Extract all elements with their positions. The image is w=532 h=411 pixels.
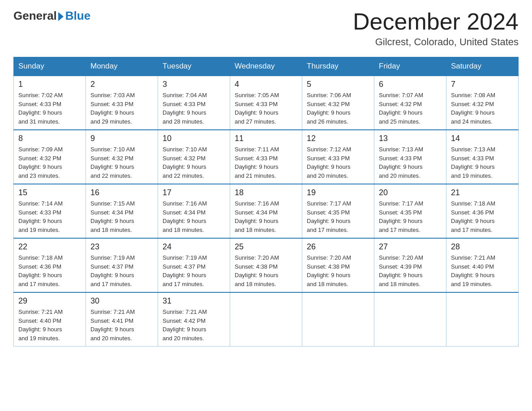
table-row: 7 Sunrise: 7:08 AM Sunset: 4:32 PM Dayli… — [446, 76, 519, 130]
col-friday: Friday — [374, 57, 446, 76]
table-row: 25 Sunrise: 7:20 AM Sunset: 4:38 PM Dayl… — [230, 238, 302, 292]
day-number: 13 — [379, 134, 442, 143]
col-saturday: Saturday — [446, 57, 519, 76]
day-number: 23 — [90, 242, 153, 252]
table-row: 17 Sunrise: 7:16 AM Sunset: 4:34 PM Dayl… — [158, 184, 230, 238]
day-number: 22 — [18, 242, 81, 252]
table-row: 18 Sunrise: 7:16 AM Sunset: 4:34 PM Dayl… — [230, 184, 302, 238]
calendar-header-row: Sunday Monday Tuesday Wednesday Thursday… — [14, 57, 519, 76]
table-row: 19 Sunrise: 7:17 AM Sunset: 4:35 PM Dayl… — [302, 184, 374, 238]
table-row: 27 Sunrise: 7:20 AM Sunset: 4:39 PM Dayl… — [374, 238, 446, 292]
day-info: Sunrise: 7:20 AM Sunset: 4:38 PM Dayligh… — [235, 253, 297, 288]
table-row: 1 Sunrise: 7:02 AM Sunset: 4:33 PM Dayli… — [14, 76, 86, 130]
title-section: December 2024 Gilcrest, Colorado, United… — [353, 9, 519, 48]
table-row: 16 Sunrise: 7:15 AM Sunset: 4:34 PM Dayl… — [86, 184, 158, 238]
day-number: 17 — [163, 188, 225, 197]
day-info: Sunrise: 7:03 AM Sunset: 4:33 PM Dayligh… — [90, 91, 153, 126]
day-info: Sunrise: 7:20 AM Sunset: 4:39 PM Dayligh… — [379, 253, 442, 288]
logo-blue-text: Blue — [65, 9, 90, 23]
table-row: 11 Sunrise: 7:11 AM Sunset: 4:33 PM Dayl… — [230, 130, 302, 184]
day-number: 19 — [307, 188, 369, 197]
day-info: Sunrise: 7:21 AM Sunset: 4:40 PM Dayligh… — [18, 308, 81, 342]
table-row: 28 Sunrise: 7:21 AM Sunset: 4:40 PM Dayl… — [446, 238, 519, 292]
table-row: 26 Sunrise: 7:20 AM Sunset: 4:38 PM Dayl… — [302, 238, 374, 292]
day-number: 21 — [451, 188, 514, 197]
calendar-table: Sunday Monday Tuesday Wednesday Thursday… — [13, 57, 519, 347]
logo-arrow-icon — [58, 12, 64, 21]
day-number: 30 — [90, 296, 153, 306]
day-info: Sunrise: 7:19 AM Sunset: 4:37 PM Dayligh… — [163, 253, 225, 288]
table-row: 31 Sunrise: 7:21 AM Sunset: 4:42 PM Dayl… — [158, 292, 230, 347]
table-row: 20 Sunrise: 7:17 AM Sunset: 4:35 PM Dayl… — [374, 184, 446, 238]
day-number: 26 — [307, 242, 369, 252]
day-info: Sunrise: 7:06 AM Sunset: 4:32 PM Dayligh… — [307, 91, 369, 126]
day-number: 5 — [307, 80, 369, 89]
day-number: 25 — [235, 242, 297, 252]
table-row: 12 Sunrise: 7:12 AM Sunset: 4:33 PM Dayl… — [302, 130, 374, 184]
day-info: Sunrise: 7:07 AM Sunset: 4:32 PM Dayligh… — [379, 91, 442, 126]
day-number: 1 — [18, 80, 81, 89]
day-number: 24 — [163, 242, 225, 252]
day-info: Sunrise: 7:12 AM Sunset: 4:33 PM Dayligh… — [307, 145, 369, 180]
month-title: December 2024 — [353, 9, 519, 34]
day-info: Sunrise: 7:20 AM Sunset: 4:38 PM Dayligh… — [307, 253, 369, 288]
day-info: Sunrise: 7:05 AM Sunset: 4:33 PM Dayligh… — [235, 91, 297, 126]
table-row: 14 Sunrise: 7:13 AM Sunset: 4:33 PM Dayl… — [446, 130, 519, 184]
day-info: Sunrise: 7:04 AM Sunset: 4:33 PM Dayligh… — [163, 91, 225, 126]
col-wednesday: Wednesday — [230, 57, 302, 76]
table-row — [302, 292, 374, 347]
day-info: Sunrise: 7:15 AM Sunset: 4:34 PM Dayligh… — [90, 199, 153, 234]
day-info: Sunrise: 7:10 AM Sunset: 4:32 PM Dayligh… — [90, 145, 153, 180]
table-row: 6 Sunrise: 7:07 AM Sunset: 4:32 PM Dayli… — [374, 76, 446, 130]
day-info: Sunrise: 7:16 AM Sunset: 4:34 PM Dayligh… — [163, 199, 225, 234]
table-row: 8 Sunrise: 7:09 AM Sunset: 4:32 PM Dayli… — [14, 130, 86, 184]
col-sunday: Sunday — [14, 57, 86, 76]
table-row: 15 Sunrise: 7:14 AM Sunset: 4:33 PM Dayl… — [14, 184, 86, 238]
day-number: 29 — [18, 296, 81, 306]
table-row: 30 Sunrise: 7:21 AM Sunset: 4:41 PM Dayl… — [86, 292, 158, 347]
day-number: 7 — [451, 80, 514, 89]
table-row: 5 Sunrise: 7:06 AM Sunset: 4:32 PM Dayli… — [302, 76, 374, 130]
day-number: 28 — [451, 242, 514, 252]
day-info: Sunrise: 7:08 AM Sunset: 4:32 PM Dayligh… — [451, 91, 514, 126]
table-row — [374, 292, 446, 347]
col-thursday: Thursday — [302, 57, 374, 76]
day-info: Sunrise: 7:10 AM Sunset: 4:32 PM Dayligh… — [163, 145, 225, 180]
col-monday: Monday — [86, 57, 158, 76]
day-info: Sunrise: 7:11 AM Sunset: 4:33 PM Dayligh… — [235, 145, 297, 180]
table-row: 21 Sunrise: 7:18 AM Sunset: 4:36 PM Dayl… — [446, 184, 519, 238]
day-info: Sunrise: 7:21 AM Sunset: 4:40 PM Dayligh… — [451, 253, 514, 288]
table-row: 22 Sunrise: 7:18 AM Sunset: 4:36 PM Dayl… — [14, 238, 86, 292]
day-number: 2 — [90, 80, 153, 89]
day-info: Sunrise: 7:13 AM Sunset: 4:33 PM Dayligh… — [451, 145, 514, 180]
calendar-week-row: 15 Sunrise: 7:14 AM Sunset: 4:33 PM Dayl… — [14, 184, 519, 238]
day-info: Sunrise: 7:17 AM Sunset: 4:35 PM Dayligh… — [379, 199, 442, 234]
day-number: 10 — [163, 134, 225, 143]
day-info: Sunrise: 7:16 AM Sunset: 4:34 PM Dayligh… — [235, 199, 297, 234]
day-number: 6 — [379, 80, 442, 89]
table-row: 29 Sunrise: 7:21 AM Sunset: 4:40 PM Dayl… — [14, 292, 86, 347]
day-info: Sunrise: 7:19 AM Sunset: 4:37 PM Dayligh… — [90, 253, 153, 288]
table-row — [230, 292, 302, 347]
day-number: 8 — [18, 134, 81, 143]
day-number: 9 — [90, 134, 153, 143]
day-number: 31 — [163, 296, 225, 306]
table-row: 2 Sunrise: 7:03 AM Sunset: 4:33 PM Dayli… — [86, 76, 158, 130]
day-info: Sunrise: 7:13 AM Sunset: 4:33 PM Dayligh… — [379, 145, 442, 180]
table-row: 13 Sunrise: 7:13 AM Sunset: 4:33 PM Dayl… — [374, 130, 446, 184]
day-number: 16 — [90, 188, 153, 197]
table-row: 9 Sunrise: 7:10 AM Sunset: 4:32 PM Dayli… — [86, 130, 158, 184]
day-info: Sunrise: 7:09 AM Sunset: 4:32 PM Dayligh… — [18, 145, 81, 180]
day-number: 18 — [235, 188, 297, 197]
day-number: 20 — [379, 188, 442, 197]
table-row: 24 Sunrise: 7:19 AM Sunset: 4:37 PM Dayl… — [158, 238, 230, 292]
page-header: General Blue December 2024 Gilcrest, Col… — [13, 9, 519, 48]
location-text: Gilcrest, Colorado, United States — [353, 36, 519, 48]
day-info: Sunrise: 7:18 AM Sunset: 4:36 PM Dayligh… — [18, 253, 81, 288]
day-number: 15 — [18, 188, 81, 197]
day-info: Sunrise: 7:02 AM Sunset: 4:33 PM Dayligh… — [18, 91, 81, 126]
day-number: 3 — [163, 80, 225, 89]
calendar-week-row: 1 Sunrise: 7:02 AM Sunset: 4:33 PM Dayli… — [14, 76, 519, 130]
table-row: 3 Sunrise: 7:04 AM Sunset: 4:33 PM Dayli… — [158, 76, 230, 130]
calendar-week-row: 8 Sunrise: 7:09 AM Sunset: 4:32 PM Dayli… — [14, 130, 519, 184]
